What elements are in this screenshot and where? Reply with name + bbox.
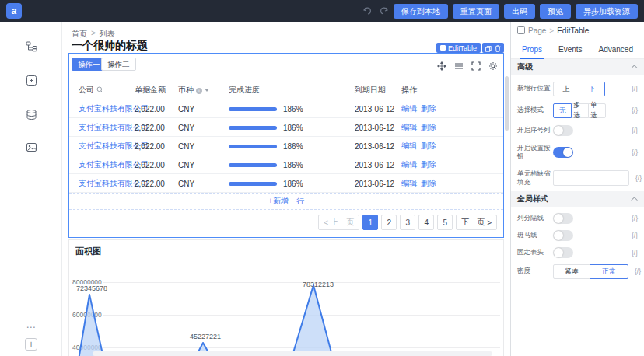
option-normal[interactable]: 正常 [590,264,628,279]
delete-link[interactable]: 删除 [421,122,436,133]
serial-column-toggle[interactable] [553,125,573,136]
horizontal-scrollbar[interactable] [93,351,492,356]
page-4-button[interactable]: 4 [418,215,434,230]
filter-icon[interactable] [205,89,209,92]
cell-default-input[interactable] [553,170,629,186]
save-local-button[interactable]: 保存到本地 [394,4,448,19]
action-two-button[interactable]: 操作二 [101,58,136,71]
field-zebra: 斑马线 {/} [511,227,644,244]
redo-icon[interactable] [378,5,389,16]
prev-page-button[interactable]: < 上一页 [318,215,359,230]
image-icon[interactable] [24,140,38,154]
component-badge-label: EditTable [448,44,477,52]
option-multi[interactable]: 多选 [571,103,589,118]
delete-link[interactable]: 删除 [421,103,436,114]
app-logo[interactable]: a [6,3,22,19]
tab-advanced[interactable]: Advanced [599,40,633,59]
table-row: 支付宝科技有限公司 2,022.00 CNY 186% 2013-06-12 编… [69,155,503,174]
breadcrumb-separator: > [91,29,96,40]
formula-icon[interactable]: {/} [629,174,642,182]
tab-events[interactable]: Events [558,40,583,59]
date-cell: 2013-06-12 [355,179,394,187]
page-2-button[interactable]: 2 [381,215,397,230]
formula-icon[interactable]: {/} [625,148,638,156]
formula-icon[interactable]: {/} [628,267,641,275]
page-5-button[interactable]: 5 [437,215,453,230]
col-currency[interactable]: 币种i [178,85,209,96]
amount-cell: 2,022.00 [135,123,165,131]
async-load-button[interactable]: 异步加载资源 [576,4,638,19]
col-divider-toggle[interactable] [553,213,573,224]
topbar-actions: 保存到本地 重置页面 出码 预览 异步加载资源 [362,0,638,22]
fullscreen-icon[interactable] [471,60,481,74]
fixed-header-toggle[interactable] [553,247,573,258]
next-page-button[interactable]: 下一页 > [456,215,497,230]
export-code-button[interactable]: 出码 [504,4,535,19]
progress-bar [229,126,277,130]
field-serial-column: 开启序号列 {/} [511,121,644,140]
database-icon[interactable] [24,107,38,121]
field-col-divider: 列分隔线 {/} [511,210,644,227]
search-icon[interactable] [96,86,103,93]
settings-button-toggle[interactable] [553,147,573,158]
collapse-icon [631,197,637,203]
formula-icon[interactable]: {/} [625,106,638,114]
option-none[interactable]: 无 [553,103,572,118]
col-due-date[interactable]: 到期日期 [355,85,386,96]
outline-tree-icon[interactable] [24,39,38,53]
formula-icon[interactable]: {/} [625,232,638,239]
breadcrumb-home[interactable]: 首页 [72,29,87,40]
settings-gear-icon[interactable] [488,60,498,74]
edit-link[interactable]: 编辑 [401,103,417,114]
delete-link[interactable]: 删除 [421,141,436,152]
option-bottom[interactable]: 下 [579,82,605,96]
edit-link[interactable]: 编辑 [401,178,417,189]
edittable-selection[interactable]: EditTable 操作一 操作二 公司 单据金额 币种i 完成进度 到期日期 … [68,53,504,238]
progress-bar [229,145,277,148]
col-progress[interactable]: 完成进度 [229,85,260,96]
section-advanced[interactable]: 高级 [511,59,644,75]
columns-toggle-icon[interactable] [454,60,464,74]
section-global-style[interactable]: 全局样式 [511,191,644,207]
undo-icon[interactable] [362,5,373,16]
amount-cell: 2,022.00 [135,141,165,150]
option-compact[interactable]: 紧凑 [553,264,590,279]
page-1-button[interactable]: 1 [362,215,378,230]
currency-cell: CNY [178,123,194,131]
col-amount[interactable]: 单据金额 [135,85,166,96]
zebra-toggle[interactable] [553,230,573,241]
formula-icon[interactable]: {/} [625,249,638,257]
preview-button[interactable]: 预览 [540,4,571,19]
component-badge[interactable]: EditTable [436,43,481,53]
formula-icon[interactable]: {/} [625,215,638,222]
page-3-button[interactable]: 3 [400,215,415,230]
col-company[interactable]: 公司 [79,85,103,96]
delete-component-icon[interactable] [495,41,501,55]
progress-value: 186% [283,141,303,150]
panel-crumb-page[interactable]: Page [528,26,546,35]
add-row-button[interactable]: +新增一行 [69,193,503,210]
delete-link[interactable]: 删除 [421,159,436,170]
area-chart-card: 面积图 80000000 60000000 40000000 72345678 … [68,239,504,356]
reset-page-button[interactable]: 重置页面 [453,4,499,19]
edit-link[interactable]: 编辑 [401,122,417,133]
formula-icon[interactable]: {/} [625,85,638,92]
component-icon [440,45,446,51]
edit-link[interactable]: 编辑 [401,159,417,170]
more-icon[interactable]: ⋯ [24,320,38,334]
edit-link[interactable]: 编辑 [401,141,417,152]
drag-move-icon[interactable] [437,60,446,74]
components-icon[interactable] [24,73,38,87]
add-panel-icon[interactable]: + [24,337,38,351]
breadcrumb-current: 列表 [100,29,115,40]
duplicate-icon[interactable] [485,41,492,55]
formula-icon[interactable]: {/} [625,127,638,134]
properties-panel: Page > EditTable Props Events Advanced 高… [510,22,644,356]
option-top[interactable]: 上 [553,82,579,96]
option-single[interactable]: 单选 [588,103,606,118]
vertical-scrollbar-thumb[interactable] [505,76,509,131]
tab-props[interactable]: Props [522,40,542,59]
left-rail: ⋯ + [0,22,62,356]
chart-title: 面积图 [75,246,101,257]
delete-link[interactable]: 删除 [421,178,436,189]
